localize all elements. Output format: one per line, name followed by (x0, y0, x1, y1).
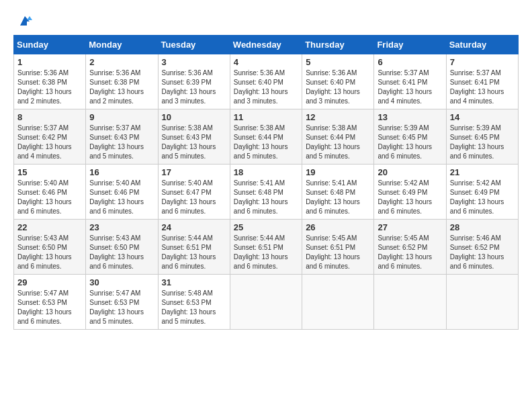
day-number: 31 (162, 277, 226, 287)
calendar-cell: 7Sunrise: 5:37 AM Sunset: 6:41 PM Daylig… (446, 54, 518, 109)
day-detail: Sunrise: 5:37 AM Sunset: 6:41 PM Dayligh… (378, 68, 442, 106)
calendar-cell: 14Sunrise: 5:39 AM Sunset: 6:45 PM Dayli… (446, 109, 518, 165)
calendar-cell: 12Sunrise: 5:38 AM Sunset: 6:44 PM Dayli… (302, 109, 374, 165)
calendar-cell: 26Sunrise: 5:45 AM Sunset: 6:51 PM Dayli… (302, 220, 374, 275)
day-detail: Sunrise: 5:36 AM Sunset: 6:38 PM Dayligh… (89, 68, 154, 106)
calendar-cell: 19Sunrise: 5:41 AM Sunset: 6:48 PM Dayli… (302, 165, 374, 220)
calendar-cell (230, 275, 302, 330)
day-detail: Sunrise: 5:42 AM Sunset: 6:49 PM Dayligh… (450, 179, 515, 216)
day-detail: Sunrise: 5:44 AM Sunset: 6:51 PM Dayligh… (162, 234, 226, 271)
calendar-cell: 6Sunrise: 5:37 AM Sunset: 6:41 PM Daylig… (374, 54, 446, 109)
day-detail: Sunrise: 5:41 AM Sunset: 6:48 PM Dayligh… (234, 179, 298, 216)
day-detail: Sunrise: 5:47 AM Sunset: 6:53 PM Dayligh… (17, 289, 82, 326)
header (13, 13, 519, 28)
calendar-cell: 2Sunrise: 5:36 AM Sunset: 6:38 PM Daylig… (86, 54, 158, 109)
day-detail: Sunrise: 5:44 AM Sunset: 6:51 PM Dayligh… (234, 234, 298, 271)
day-detail: Sunrise: 5:40 AM Sunset: 6:46 PM Dayligh… (89, 179, 154, 216)
day-header-thursday: Thursday (302, 36, 374, 54)
day-number: 15 (17, 167, 82, 177)
calendar-table: SundayMondayTuesdayWednesdayThursdayFrid… (13, 35, 519, 330)
calendar-cell: 31Sunrise: 5:48 AM Sunset: 6:53 PM Dayli… (158, 275, 230, 330)
day-number: 29 (17, 277, 82, 287)
calendar-row: 22Sunrise: 5:43 AM Sunset: 6:50 PM Dayli… (14, 220, 519, 275)
day-number: 3 (162, 57, 226, 67)
calendar-cell: 16Sunrise: 5:40 AM Sunset: 6:46 PM Dayli… (86, 165, 158, 220)
day-header-friday: Friday (374, 36, 446, 54)
day-number: 14 (450, 112, 515, 122)
calendar-cell: 22Sunrise: 5:43 AM Sunset: 6:50 PM Dayli… (14, 220, 86, 275)
calendar-cell: 11Sunrise: 5:38 AM Sunset: 6:44 PM Dayli… (230, 109, 302, 165)
calendar-cell: 21Sunrise: 5:42 AM Sunset: 6:49 PM Dayli… (446, 165, 518, 220)
day-detail: Sunrise: 5:37 AM Sunset: 6:41 PM Dayligh… (450, 68, 515, 106)
day-number: 27 (378, 222, 442, 232)
day-number: 2 (89, 57, 154, 67)
calendar-row: 8Sunrise: 5:37 AM Sunset: 6:42 PM Daylig… (14, 109, 519, 165)
calendar-cell: 27Sunrise: 5:45 AM Sunset: 6:52 PM Dayli… (374, 220, 446, 275)
day-detail: Sunrise: 5:37 AM Sunset: 6:43 PM Dayligh… (89, 124, 154, 161)
day-detail: Sunrise: 5:36 AM Sunset: 6:38 PM Dayligh… (17, 68, 82, 106)
calendar-cell: 10Sunrise: 5:38 AM Sunset: 6:43 PM Dayli… (158, 109, 230, 165)
calendar-cell: 23Sunrise: 5:43 AM Sunset: 6:50 PM Dayli… (86, 220, 158, 275)
svg-marker-0 (20, 16, 30, 26)
calendar-cell: 17Sunrise: 5:40 AM Sunset: 6:47 PM Dayli… (158, 165, 230, 220)
calendar-cell: 1Sunrise: 5:36 AM Sunset: 6:38 PM Daylig… (14, 54, 86, 109)
calendar-cell: 18Sunrise: 5:41 AM Sunset: 6:48 PM Dayli… (230, 165, 302, 220)
day-detail: Sunrise: 5:36 AM Sunset: 6:39 PM Dayligh… (162, 68, 226, 106)
day-number: 20 (378, 167, 442, 177)
day-number: 13 (378, 112, 442, 122)
day-detail: Sunrise: 5:45 AM Sunset: 6:51 PM Dayligh… (306, 234, 370, 271)
calendar-cell (302, 275, 374, 330)
day-number: 5 (306, 57, 370, 67)
day-number: 7 (450, 57, 515, 67)
calendar-cell: 30Sunrise: 5:47 AM Sunset: 6:53 PM Dayli… (86, 275, 158, 330)
day-detail: Sunrise: 5:38 AM Sunset: 6:44 PM Dayligh… (306, 124, 370, 161)
calendar-cell (374, 275, 446, 330)
day-detail: Sunrise: 5:42 AM Sunset: 6:49 PM Dayligh… (378, 179, 442, 216)
day-number: 1 (17, 57, 82, 67)
day-number: 24 (162, 222, 226, 232)
day-number: 4 (234, 57, 298, 67)
day-header-sunday: Sunday (14, 36, 86, 54)
calendar-cell: 29Sunrise: 5:47 AM Sunset: 6:53 PM Dayli… (14, 275, 86, 330)
calendar-cell: 28Sunrise: 5:46 AM Sunset: 6:52 PM Dayli… (446, 220, 518, 275)
day-detail: Sunrise: 5:45 AM Sunset: 6:52 PM Dayligh… (378, 234, 442, 271)
calendar-cell (446, 275, 518, 330)
calendar-cell: 24Sunrise: 5:44 AM Sunset: 6:51 PM Dayli… (158, 220, 230, 275)
day-detail: Sunrise: 5:41 AM Sunset: 6:48 PM Dayligh… (306, 179, 370, 216)
calendar-cell: 20Sunrise: 5:42 AM Sunset: 6:49 PM Dayli… (374, 165, 446, 220)
day-number: 16 (89, 167, 154, 177)
day-number: 28 (450, 222, 515, 232)
day-number: 30 (89, 277, 154, 287)
calendar-cell: 8Sunrise: 5:37 AM Sunset: 6:42 PM Daylig… (14, 109, 86, 165)
day-header-monday: Monday (86, 36, 158, 54)
day-number: 26 (306, 222, 370, 232)
day-detail: Sunrise: 5:38 AM Sunset: 6:43 PM Dayligh… (162, 124, 226, 161)
day-detail: Sunrise: 5:48 AM Sunset: 6:53 PM Dayligh… (162, 289, 226, 326)
day-number: 22 (17, 222, 82, 232)
day-number: 17 (162, 167, 226, 177)
day-detail: Sunrise: 5:39 AM Sunset: 6:45 PM Dayligh… (450, 124, 515, 161)
day-detail: Sunrise: 5:40 AM Sunset: 6:47 PM Dayligh… (162, 179, 226, 216)
day-detail: Sunrise: 5:38 AM Sunset: 6:44 PM Dayligh… (234, 124, 298, 161)
calendar-cell: 13Sunrise: 5:39 AM Sunset: 6:45 PM Dayli… (374, 109, 446, 165)
day-header-saturday: Saturday (446, 36, 518, 54)
day-number: 19 (306, 167, 370, 177)
day-number: 23 (89, 222, 154, 232)
day-number: 12 (306, 112, 370, 122)
logo (13, 13, 32, 28)
day-detail: Sunrise: 5:40 AM Sunset: 6:46 PM Dayligh… (17, 179, 82, 216)
calendar-row: 29Sunrise: 5:47 AM Sunset: 6:53 PM Dayli… (14, 275, 519, 330)
day-detail: Sunrise: 5:43 AM Sunset: 6:50 PM Dayligh… (89, 234, 154, 271)
svg-marker-1 (27, 16, 32, 20)
calendar-cell: 5Sunrise: 5:36 AM Sunset: 6:40 PM Daylig… (302, 54, 374, 109)
day-number: 9 (89, 112, 154, 122)
day-number: 21 (450, 167, 515, 177)
day-detail: Sunrise: 5:36 AM Sunset: 6:40 PM Dayligh… (306, 68, 370, 106)
calendar-cell: 3Sunrise: 5:36 AM Sunset: 6:39 PM Daylig… (158, 54, 230, 109)
day-number: 25 (234, 222, 298, 232)
day-header-tuesday: Tuesday (158, 36, 230, 54)
calendar-row: 15Sunrise: 5:40 AM Sunset: 6:46 PM Dayli… (14, 165, 519, 220)
day-detail: Sunrise: 5:46 AM Sunset: 6:52 PM Dayligh… (450, 234, 515, 271)
day-number: 8 (17, 112, 82, 122)
day-detail: Sunrise: 5:43 AM Sunset: 6:50 PM Dayligh… (17, 234, 82, 271)
